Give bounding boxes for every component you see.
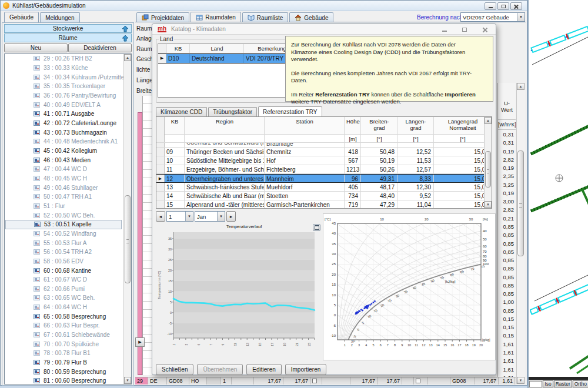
station-table-scrollbar[interactable]: ▲▼: [484, 117, 492, 208]
room-list-item[interactable]: 79 : 00.79 Flur B: [5, 358, 122, 367]
expand-right-button[interactable]: ▶: [135, 337, 145, 347]
month-name-dropdown[interactable]: Jan ▼: [195, 211, 225, 222]
station-row[interactable]: 14Schwäbische Alb und Baar (mit...Stoett…: [156, 192, 492, 200]
chevron-down-icon[interactable]: ▼: [185, 212, 193, 221]
room-list-item[interactable]: 46 : 00.43 Medien: [5, 155, 122, 165]
room-list-item[interactable]: 67 : 00.61 Schiebewände: [5, 330, 122, 340]
berechnung-dropdown[interactable]: VDI2067 Gebäude ▼: [460, 12, 525, 22]
tab-raumdaten[interactable]: Raumdaten: [191, 12, 241, 22]
station-row[interactable]: ▶12Oberrheingraben und unteres...Mannhei…: [156, 174, 492, 183]
scroll-down-icon[interactable]: ▼: [124, 377, 131, 384]
room-list-item[interactable]: 53 : 00.51 Kapelle: [5, 220, 122, 229]
tab-gebaeude-left[interactable]: Gebäude: [4, 12, 39, 22]
room-list-item[interactable]: 54 : 00.52 Windfang: [5, 229, 122, 239]
importieren-button[interactable]: Importieren: [285, 364, 327, 375]
land-col-kb[interactable]: KB: [166, 44, 190, 53]
room-list-item[interactable]: 66 : 00.63 Flur Bespr.: [5, 321, 122, 330]
schliessen-button[interactable]: Schließen: [156, 364, 193, 375]
station-col-header[interactable]: KB: [165, 117, 185, 134]
station-col-header[interactable]: Breiten-grad: [361, 117, 397, 134]
land-row-deutschland[interactable]: ▶ D10 Deutschland VDI 2078/TRY 2010: [158, 53, 300, 63]
scroll-up-icon[interactable]: ▲: [485, 117, 492, 124]
room-list-item[interactable]: 65 : 00.58 Besprechung: [5, 312, 122, 321]
room-list-item[interactable]: 43 : 00.73 Buchmagazin: [5, 128, 122, 137]
tab-referenzstation-try[interactable]: Referenzstation TRY: [258, 106, 322, 116]
scroll-up-icon[interactable]: ▲: [517, 83, 524, 90]
room-list-item[interactable]: 52 : 00.50 WC Beh.: [5, 210, 122, 220]
dialog-title-bar[interactable]: mh Katalog - Klimadaten: [152, 24, 496, 35]
room-list-item[interactable]: 47 : 00.44 WC D: [5, 165, 122, 174]
main-grid-scrollbar[interactable]: ▲ ▼: [516, 83, 525, 384]
room-list-item[interactable]: 56 : 00.54 TRH A2: [5, 247, 122, 257]
tab-meldungen[interactable]: Meldungen: [40, 12, 79, 22]
station-row[interactable]: 13Schwäbisch-fränkisches Stufenl...Muehl…: [156, 183, 492, 192]
room-list-item[interactable]: 40 : 00.49 EDV/ELT A: [5, 100, 122, 109]
dialog-close-button[interactable]: [478, 25, 491, 34]
maximize-button[interactable]: [497, 2, 509, 10]
room-list-item[interactable]: 80 : 00.59 Besprechung: [5, 367, 122, 376]
room-list-scrollbar[interactable]: ▲ ▼: [123, 54, 131, 384]
main-grid-scroll-thumb[interactable]: [517, 150, 524, 256]
cad-command-input[interactable]: [529, 381, 542, 387]
close-button[interactable]: [510, 2, 522, 10]
room-list-item[interactable]: 44 : 00.48 Medientechnik A1: [5, 137, 122, 146]
room-list-item[interactable]: 61 : 00.67 WC D: [5, 275, 122, 285]
room-list-item[interactable]: 35 : 00.35 Trockenlager: [5, 82, 122, 91]
land-col-land[interactable]: Land: [190, 44, 244, 53]
station-row[interactable]: 10Südöstliche Mittelgebirge bis 1...Hof5…: [156, 156, 492, 165]
room-list-scroll-thumb[interactable]: [125, 195, 131, 283]
room-list-item[interactable]: 58 : 00.56 EDV: [5, 257, 122, 266]
room-list-item[interactable]: 63 : 00.65 WC Beh.: [5, 293, 122, 303]
scroll-up-icon[interactable]: ▲: [124, 54, 131, 61]
room-list-item[interactable]: 33 : 00.33 Küche: [5, 63, 122, 73]
room-list-item[interactable]: 78 : 00.78 Flur B1: [5, 349, 122, 358]
iso-button[interactable]: Iso: [543, 380, 553, 387]
dialog-maximize-button[interactable]: [458, 25, 471, 34]
station-row[interactable]: 11Erzgebirge, Böhmer- und Schw...Fichtel…: [156, 165, 492, 174]
tab-raumliste[interactable]: Raumliste: [242, 12, 288, 22]
room-list-item[interactable]: 29 : 00.26 TRH B2: [5, 54, 122, 63]
tab-projektdaten[interactable]: Projektdaten: [136, 12, 189, 22]
station-col-header[interactable]: Höhe: [345, 117, 361, 134]
room-list-item[interactable]: 64 : 00.64 WC H: [5, 303, 122, 312]
room-list-item[interactable]: 42 : 00.72 Cafeteria/Lounge: [5, 119, 122, 128]
station-row[interactable]: 09Thüringer Becken und Sächsisc...Chemni…: [156, 148, 492, 156]
room-list-item[interactable]: 60 : 00.68 Kantine: [5, 266, 122, 275]
uebernehmen-button[interactable]: Übernehmen: [197, 364, 243, 375]
chevron-down-icon[interactable]: ▼: [517, 13, 524, 21]
room-list-item[interactable]: 70 : 00.70 Spülküche: [5, 339, 122, 349]
cad-canvas[interactable]: [530, 0, 588, 377]
station-scroll-thumb[interactable]: [485, 151, 491, 188]
dialog-minimize-button[interactable]: [438, 25, 451, 34]
stockwerke-bar[interactable]: Stockwerke: [4, 24, 132, 33]
room-list-item[interactable]: 49 : 00.46 Stuhllager: [5, 183, 122, 192]
tab-klimazone-cdd[interactable]: Klimazone CDD: [156, 107, 207, 116]
editieren-button[interactable]: Editieren: [246, 364, 281, 375]
room-list-item[interactable]: 50 : 00.47 TRH A1: [5, 192, 122, 202]
room-list-item[interactable]: 34 : 00.34 Kühlraum /Putzmittellage: [5, 72, 122, 82]
chart-maximize-button[interactable]: [313, 224, 320, 231]
raeume-bar[interactable]: Räume: [4, 34, 132, 42]
chevron-down-icon[interactable]: ▼: [217, 212, 225, 221]
station-col-header[interactable]: Längen-grad: [397, 117, 434, 134]
room-list-item[interactable]: 62 : 00.66 Pumi: [5, 285, 122, 294]
deaktivieren-button[interactable]: Deaktivieren: [68, 44, 132, 52]
month-number-dropdown[interactable]: 1 ▼: [166, 211, 193, 222]
station-col-header[interactable]: Station: [265, 117, 345, 134]
tab-truebungsfaktor[interactable]: Trübungsfaktor: [208, 107, 257, 116]
raster-button[interactable]: Raster: [554, 380, 572, 387]
room-list-item[interactable]: 48 : 00.45 WC H: [5, 174, 122, 183]
station-col-header[interactable]: LängengradNormalzeit: [434, 117, 492, 134]
next-month-button[interactable]: ►: [226, 211, 236, 222]
room-list-item[interactable]: 51 : Flur: [5, 202, 122, 211]
prev-month-button[interactable]: ◄: [156, 211, 165, 222]
minimize-button[interactable]: [485, 2, 496, 10]
station-row[interactable]: 15Alpenrand und -täler (mittleres...Garm…: [156, 200, 492, 209]
station-col-header[interactable]: Region: [185, 117, 265, 134]
ortho-button[interactable]: Ortho: [573, 380, 588, 387]
scroll-down-icon[interactable]: ▼: [517, 377, 524, 384]
room-list-item[interactable]: 81 : 00.60 Besprechung: [5, 376, 122, 384]
neu-button[interactable]: Neu: [4, 44, 68, 52]
room-list-item[interactable]: 41 : 00.71 Ausgabe: [5, 109, 122, 119]
room-list-item[interactable]: 45 : 00.42 Kollegium: [5, 146, 122, 156]
